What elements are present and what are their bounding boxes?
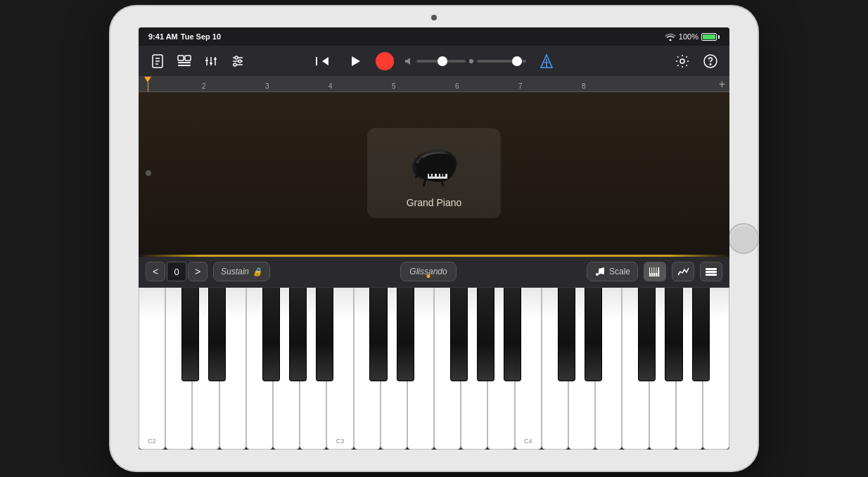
instrument-card[interactable]: Grand Piano	[367, 128, 501, 218]
keyboard-controls-bar: < 0 > Sustain 🔒 Glissando	[139, 257, 729, 288]
record-button[interactable]	[376, 52, 394, 70]
scale-label: Scale	[609, 267, 630, 276]
volume-slider-track[interactable]	[416, 60, 466, 63]
grand-piano-icon	[408, 143, 461, 189]
metronome-button[interactable]	[536, 51, 557, 72]
settings-button[interactable]	[672, 51, 693, 72]
white-key-c2[interactable]: C2	[139, 288, 165, 450]
status-left: 9:41 AM Tue Sep 10	[148, 32, 221, 41]
left-dot	[146, 170, 151, 176]
ruler-marker-6: 6	[455, 82, 459, 90]
status-bar: 9:41 AM Tue Sep 10 100%	[139, 27, 729, 46]
black-key-ds2[interactable]	[208, 288, 226, 382]
c3-label: C3	[336, 438, 345, 445]
black-key-fs3[interactable]	[450, 288, 468, 382]
screen: 9:41 AM Tue Sep 10 100%	[139, 27, 729, 450]
mixer-button[interactable]	[200, 51, 222, 72]
svg-rect-3	[178, 62, 191, 63]
help-icon	[703, 53, 718, 69]
black-key-gs4[interactable]	[665, 288, 682, 382]
arpeggiator-view-button[interactable]	[672, 262, 694, 281]
mixer-icon	[203, 53, 219, 69]
ruler-content: 2 3 4 5 6 7 8	[146, 77, 722, 91]
piano-icon-wrap	[406, 141, 462, 190]
new-song-icon	[150, 53, 165, 69]
black-key-gs2[interactable]	[289, 288, 307, 382]
black-key-as2[interactable]	[316, 288, 333, 382]
keys-view-button[interactable]	[644, 262, 666, 281]
new-song-button[interactable]	[147, 51, 168, 72]
octave-control: < 0 >	[146, 262, 208, 281]
ruler-marker-8: 8	[582, 82, 586, 90]
svg-point-23	[710, 63, 711, 65]
arpeggiator-icon	[677, 267, 689, 276]
ruler-marker-4: 4	[328, 82, 333, 90]
svg-rect-48	[655, 267, 656, 273]
volume-dot	[468, 58, 474, 64]
wifi-icon	[665, 32, 676, 41]
black-key-gs3[interactable]	[477, 288, 494, 382]
volume-control[interactable]	[404, 56, 526, 66]
svg-point-39	[596, 273, 599, 276]
black-key-as4[interactable]	[692, 288, 710, 382]
svg-rect-9	[210, 63, 212, 64]
sustain-button[interactable]: Sustain 🔒	[213, 262, 270, 281]
black-key-ds4[interactable]	[585, 288, 602, 382]
svg-rect-50	[706, 268, 717, 270]
svg-rect-47	[653, 267, 654, 273]
svg-line-26	[442, 181, 443, 186]
timeline-ruler[interactable]: 2 3 4 5 6 7 8 +	[139, 77, 729, 92]
svg-rect-37	[440, 174, 442, 177]
black-key-cs3[interactable]	[369, 288, 387, 382]
instrument-area: Grand Piano	[139, 92, 729, 255]
octave-up-button[interactable]: >	[188, 262, 208, 281]
svg-rect-8	[205, 60, 208, 61]
svg-rect-36	[437, 174, 439, 177]
toolbar-left	[147, 51, 307, 72]
scale-icon	[594, 266, 606, 277]
svg-point-14	[235, 56, 238, 59]
octave-value: 0	[167, 262, 186, 281]
status-right: 100%	[665, 32, 720, 41]
battery-percent: 100%	[679, 32, 698, 41]
rewind-button[interactable]	[311, 50, 333, 72]
chord-view-button[interactable]	[700, 262, 722, 281]
play-button[interactable]	[343, 50, 366, 72]
instrument-name: Grand Piano	[407, 197, 462, 208]
black-key-ds3[interactable]	[397, 288, 414, 382]
metronome-icon	[540, 53, 554, 69]
svg-rect-4	[178, 65, 191, 66]
black-key-cs4[interactable]	[558, 288, 575, 382]
svg-rect-52	[706, 274, 717, 276]
glissando-active-dot	[427, 274, 430, 278]
controls-button[interactable]	[227, 51, 248, 72]
time-label: 9:41 AM	[148, 32, 178, 41]
svg-rect-49	[657, 267, 658, 273]
help-button[interactable]	[700, 51, 721, 72]
svg-rect-34	[429, 174, 431, 177]
keys-icon	[649, 267, 661, 276]
scale-button[interactable]: Scale	[587, 262, 638, 281]
tempo-slider-track[interactable]	[477, 60, 526, 63]
battery-icon	[701, 33, 720, 41]
svg-rect-1	[178, 56, 184, 61]
ruler-marker-5: 5	[392, 82, 396, 90]
toolbar-right	[561, 51, 721, 72]
svg-rect-2	[185, 56, 191, 61]
volume-slider-thumb	[438, 56, 447, 66]
chord-icon	[705, 267, 717, 276]
black-key-fs4[interactable]	[638, 288, 656, 382]
black-key-fs2[interactable]	[262, 288, 280, 382]
home-button[interactable]	[728, 223, 759, 254]
add-track-button[interactable]: +	[719, 78, 725, 91]
ruler-marker-2: 2	[202, 82, 206, 90]
black-key-cs2[interactable]	[181, 288, 199, 382]
black-key-as3[interactable]	[504, 288, 521, 382]
date-label: Tue Sep 10	[181, 32, 221, 41]
octave-down-button[interactable]: <	[146, 262, 165, 281]
tracks-button[interactable]	[174, 51, 195, 72]
controls-icon	[230, 53, 245, 69]
piano-keyboard[interactable]: C2 C3 C4	[139, 288, 729, 450]
glissando-button[interactable]: Glissando	[400, 262, 456, 281]
lock-icon: 🔒	[253, 267, 262, 276]
